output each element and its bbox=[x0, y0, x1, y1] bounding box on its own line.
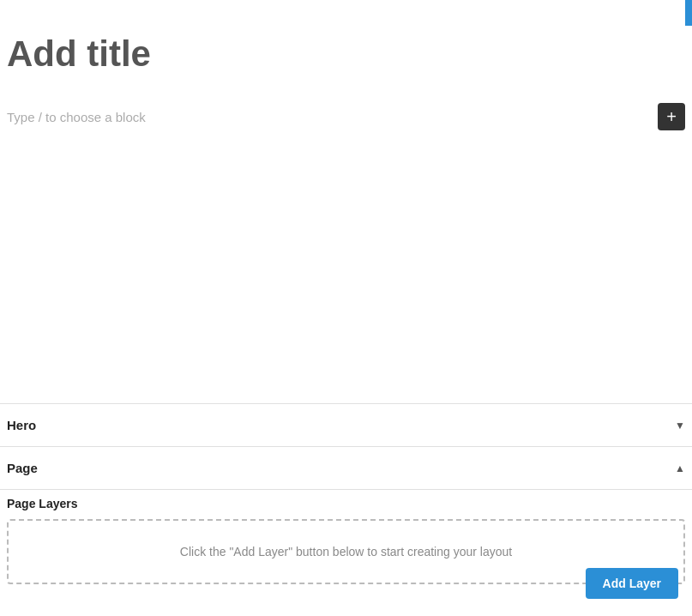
block-placeholder[interactable]: Type / to choose a block bbox=[7, 110, 146, 124]
block-input-row: Type / to choose a block + bbox=[7, 100, 685, 134]
editor-area: Add title Type / to choose a block + bbox=[0, 0, 692, 403]
accordion-hero-header[interactable]: Hero ▼ bbox=[0, 404, 692, 446]
accordion-page: Page ▲ bbox=[0, 447, 692, 490]
add-layer-button[interactable]: Add Layer bbox=[586, 568, 678, 599]
page-title[interactable]: Add title bbox=[7, 34, 685, 74]
accordion-hero: Hero ▼ bbox=[0, 404, 692, 447]
accordion-page-header[interactable]: Page ▲ bbox=[0, 447, 692, 489]
layers-drop-zone: Click the "Add Layer" button below to st… bbox=[7, 519, 685, 584]
chevron-down-icon: ▼ bbox=[675, 420, 685, 432]
accordion-page-label: Page bbox=[7, 461, 38, 475]
chevron-up-icon: ▲ bbox=[675, 462, 685, 474]
accordion-hero-label: Hero bbox=[7, 418, 36, 432]
page-layers-title: Page Layers bbox=[7, 497, 685, 510]
add-block-button[interactable]: + bbox=[658, 103, 685, 130]
